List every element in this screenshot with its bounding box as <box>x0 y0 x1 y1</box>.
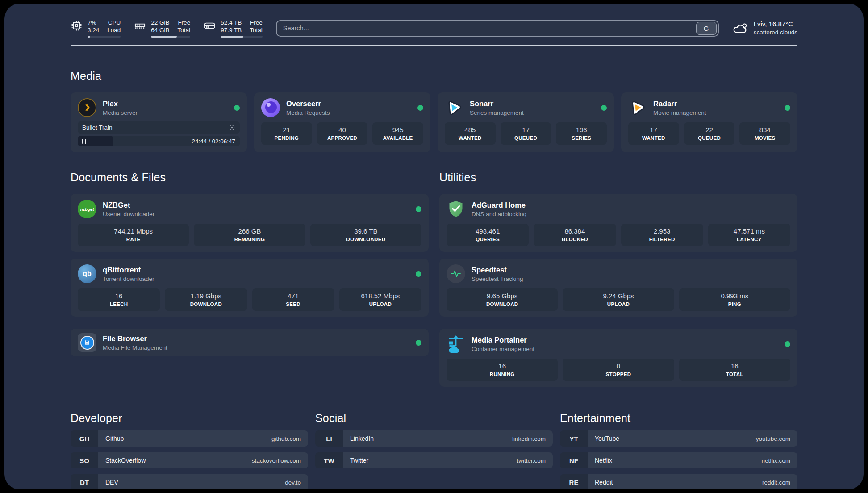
app-name: Speedtest <box>472 266 523 274</box>
overseerr-icon <box>261 98 280 117</box>
app-description: Series management <box>470 109 524 116</box>
pause-button[interactable] <box>82 136 86 146</box>
stat-tile: 945 AVAILABLE <box>372 122 423 145</box>
app-name: NZBGet <box>103 201 154 209</box>
stat-label: REMAINING <box>196 237 303 242</box>
stat-label: QUEUED <box>686 135 733 141</box>
stat-label: UPLOAD <box>564 301 672 307</box>
app-name: Plex <box>103 100 138 108</box>
cpu-load-value: 3.24 <box>88 26 99 34</box>
section-title-social: Social <box>315 412 553 425</box>
stat-label: FILTERED <box>623 237 701 242</box>
bookmark-name: Twitter <box>350 457 368 464</box>
bookmark-youtube[interactable]: YT YouTube youtube.com <box>560 430 797 447</box>
cpu-load-label: Load <box>107 26 121 34</box>
stat-value: 618.52 Mbps <box>341 292 420 300</box>
app-name: File Browser <box>103 334 167 343</box>
bookmark-abbr: NF <box>560 452 588 468</box>
app-description: Usenet downloader <box>103 211 154 217</box>
filebrowser-card[interactable]: File Browser Media File Management <box>71 329 429 356</box>
stat-value: 0.993 ms <box>681 292 789 300</box>
bookmark-github[interactable]: GH Github github.com <box>71 430 308 447</box>
stat-tile: 196 SERIES <box>556 122 607 145</box>
plex-now-playing: Bullet Train 24:44 / 02:06:47 <box>78 121 240 146</box>
bookmark-reddit[interactable]: RE Reddit reddit.com <box>560 474 797 489</box>
adguard-card[interactable]: AdGuard Home DNS and adblocking 498,461 … <box>439 194 797 252</box>
stat-tile: 9.24 Gbps UPLOAD <box>563 288 674 311</box>
plex-card[interactable]: Plex Media server Bullet Train 24:44 / 0… <box>71 92 247 152</box>
status-online-dot <box>416 206 421 212</box>
bookmark-name: Netflix <box>595 457 612 464</box>
bookmark-name: Github <box>105 435 124 442</box>
app-description: Speedtest Tracking <box>472 276 523 282</box>
section-title-media: Media <box>71 70 797 83</box>
bookmark-name: StackOverflow <box>105 457 146 464</box>
bookmark-stackoverflow[interactable]: SO StackOverflow stackoverflow.com <box>71 452 308 468</box>
stat-label: APPROVED <box>319 135 366 141</box>
sonarr-card[interactable]: Sonarr Series management 485 WANTED 17 Q… <box>438 92 614 152</box>
search-input[interactable]: Search... G <box>276 20 719 37</box>
stat-label: RATE <box>79 237 187 242</box>
bookmark-dev[interactable]: DT DEV dev.to <box>71 474 308 489</box>
session-progress-bar[interactable]: 24:44 / 02:06:47 <box>78 136 240 146</box>
developer-bookmarks: Developer GH Github github.com SO StackO… <box>71 412 308 489</box>
app-description: Torrent downloader <box>103 276 154 282</box>
speedtest-card[interactable]: Speedtest Speedtest Tracking 9.65 Gbps D… <box>439 259 797 317</box>
stat-tile: 17 QUEUED <box>501 122 551 145</box>
bookmark-linkedin[interactable]: LI LinkedIn linkedin.com <box>315 430 553 447</box>
stat-label: PING <box>681 301 789 307</box>
stat-label: UPLOAD <box>341 301 420 307</box>
filebrowser-icon <box>78 333 96 352</box>
stat-tile: 16 RUNNING <box>447 359 558 381</box>
portainer-icon <box>447 334 465 353</box>
app-description: Media server <box>103 109 138 116</box>
status-online-dot <box>601 105 607 111</box>
plex-icon <box>78 98 96 117</box>
memory-total-value: 64 GiB <box>151 26 169 34</box>
stat-tile: 471 SEED <box>252 288 334 311</box>
stat-label: QUERIES <box>448 237 527 242</box>
bookmark-domain: github.com <box>271 435 301 442</box>
session-time: 24:44 / 02:06:47 <box>192 136 235 146</box>
stat-tile: 86,384 BLOCKED <box>534 224 616 246</box>
bookmark-abbr: TW <box>315 452 343 468</box>
memory-progress-bar <box>151 36 190 38</box>
bookmark-netflix[interactable]: NF Netflix netflix.com <box>560 452 797 468</box>
search-engine-button[interactable]: G <box>696 22 717 35</box>
overseerr-card[interactable]: Overseerr Media Requests 21 PENDING 40 A… <box>254 92 430 152</box>
radarr-card[interactable]: Radarr Movie management 17 WANTED 22 QUE… <box>621 92 797 152</box>
entertainment-bookmarks: Entertainment YT YouTube youtube.com NF … <box>560 412 797 489</box>
stat-label: SERIES <box>558 135 605 141</box>
sonarr-icon <box>445 98 463 117</box>
now-playing-icon <box>229 124 235 131</box>
status-online-dot <box>785 341 790 347</box>
weather-location-temp: Lviv, 16.87°C <box>754 20 797 28</box>
memory-free-label: Free <box>178 19 191 26</box>
stat-value: 39.6 TB <box>312 227 420 235</box>
stat-value: 1.19 Gbps <box>167 292 245 300</box>
stat-value: 22 <box>686 126 733 134</box>
app-description: Movie management <box>653 109 706 116</box>
stat-tile: 47.571 ms LATENCY <box>708 224 790 246</box>
memory-free-value: 22 GiB <box>151 19 169 26</box>
stat-label: PENDING <box>263 135 310 141</box>
stat-tile: 498,461 QUERIES <box>447 224 529 246</box>
cpu-usage-value: 7% <box>88 19 99 26</box>
portainer-card[interactable]: Media Portainer Container management 16 … <box>439 329 797 387</box>
qbittorrent-card[interactable]: qb qBittorrent Torrent downloader 16 LEE… <box>71 259 429 317</box>
disk-total-value: 97.9 TB <box>221 26 242 34</box>
stat-label: TOTAL <box>681 372 789 377</box>
bookmark-domain: dev.to <box>285 479 301 486</box>
stat-label: WANTED <box>630 135 677 141</box>
stat-value: 471 <box>254 292 333 300</box>
stat-label: RUNNING <box>448 372 556 377</box>
nzbget-card[interactable]: nzbget NZBGet Usenet downloader 744.21 M… <box>71 194 429 252</box>
bookmark-domain: youtube.com <box>756 435 790 442</box>
cpu-stat-group: 7% 3.24 CPU Load <box>71 19 121 38</box>
stat-tile: 744.21 Mbps RATE <box>78 224 189 246</box>
top-bar: 7% 3.24 CPU Load <box>71 19 797 38</box>
weather-widget: Lviv, 16.87°C scattered clouds <box>731 20 797 37</box>
bookmark-twitter[interactable]: TW Twitter twitter.com <box>315 452 553 468</box>
app-name: Overseerr <box>286 100 330 108</box>
stat-value: 21 <box>263 126 310 134</box>
